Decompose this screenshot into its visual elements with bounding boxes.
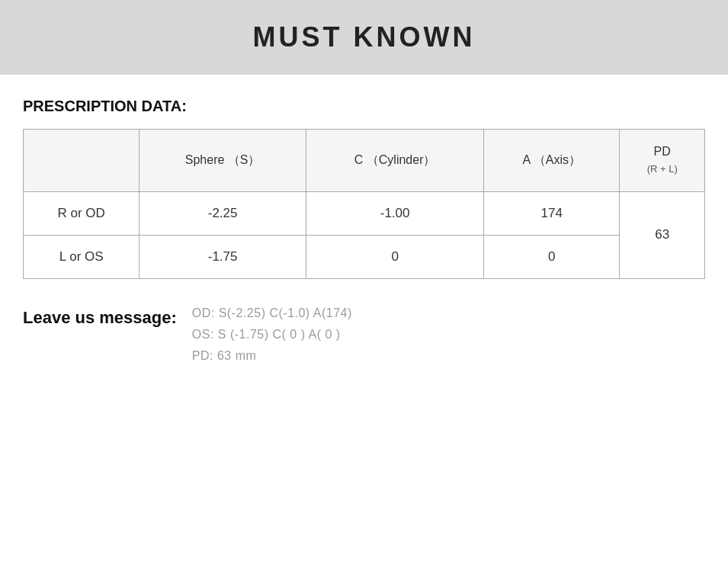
message-line-os: OS: S (-1.75) C( 0 ) A( 0 ) (192, 328, 352, 342)
row-os-axis: 0 (484, 235, 620, 278)
pd-value: 63 (620, 191, 705, 278)
message-section: Leave us message: OD: S(-2.25) C(-1.0) A… (23, 306, 705, 363)
table-row: R or OD -2.25 -1.00 174 63 (24, 191, 705, 235)
pd-label: PD (654, 145, 671, 158)
row-od-cylinder: -1.00 (306, 191, 483, 235)
row-od-sphere: -2.25 (140, 191, 306, 235)
col-header-sphere: Sphere （S） (140, 130, 306, 192)
message-label: Leave us message: (23, 306, 177, 328)
prescription-section-label: PRESCRIPTION DATA: (23, 98, 705, 115)
message-lines: OD: S(-2.25) C(-1.0) A(174) OS: S (-1.75… (192, 306, 352, 363)
row-os-label: L or OS (24, 235, 140, 278)
row-od-label: R or OD (24, 191, 140, 235)
table-row: L or OS -1.75 0 0 (24, 235, 705, 278)
pd-sub-label: (R + L) (647, 163, 678, 175)
col-header-cylinder: C （Cylinder） (306, 130, 483, 192)
message-line-pd: PD: 63 mm (192, 349, 352, 363)
row-od-axis: 174 (484, 191, 620, 235)
col-header-eye (24, 130, 140, 192)
content-area: PRESCRIPTION DATA: Sphere （S） C （Cylinde… (0, 98, 728, 386)
col-header-axis: A （Axis） (484, 130, 620, 192)
row-os-cylinder: 0 (306, 235, 483, 278)
col-header-pd: PD (R + L) (620, 130, 705, 192)
header-banner: MUST KNOWN (0, 0, 728, 75)
row-os-sphere: -1.75 (140, 235, 306, 278)
page-title: MUST KNOWN (15, 21, 713, 53)
prescription-table: Sphere （S） C （Cylinder） A （Axis） PD (R +… (23, 129, 705, 279)
message-line-od: OD: S(-2.25) C(-1.0) A(174) (192, 306, 352, 320)
